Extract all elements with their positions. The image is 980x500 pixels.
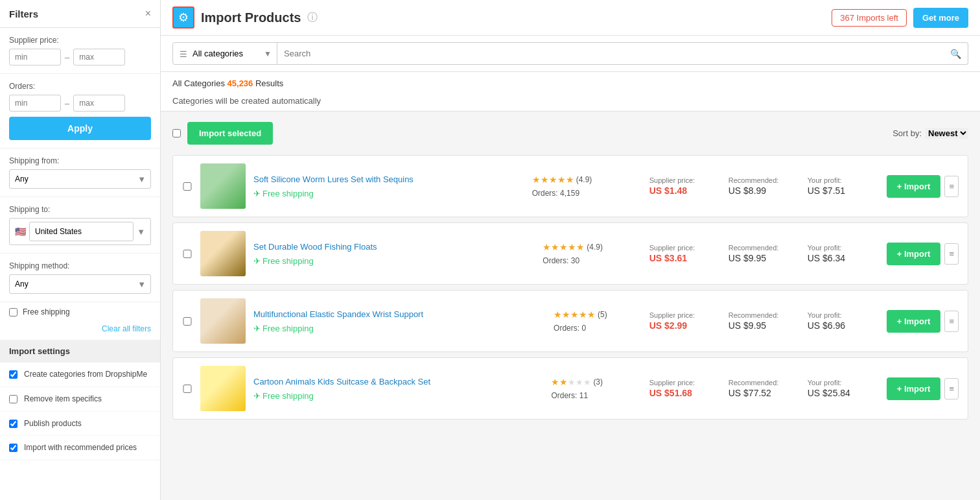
profit-label: Your profit:	[808, 311, 879, 319]
supplier-price-label: Supplier price:	[649, 244, 721, 252]
product-name[interactable]: Soft Silicone Worm Lures Set with Sequin…	[253, 174, 524, 185]
more-options-button[interactable]: ≡	[944, 176, 959, 197]
gear-button[interactable]: ⚙	[172, 6, 194, 29]
products-area: Import selected Sort by: Newest Soft Sil…	[161, 112, 980, 500]
orders-section: Orders: – Apply	[0, 74, 160, 149]
supplier-price-label: Supplier price:	[649, 311, 721, 319]
recommended-label: Recommended:	[729, 379, 800, 387]
product-checkbox[interactable]	[182, 317, 192, 326]
orders-label: Orders:	[9, 82, 151, 91]
shipping-method-dropdown[interactable]: Any ▼	[9, 274, 151, 294]
orders-min[interactable]	[9, 95, 61, 112]
product-checkbox[interactable]	[182, 250, 192, 258]
close-icon[interactable]: ×	[145, 8, 151, 19]
orders-count: Orders: 4,159	[532, 189, 642, 198]
free-shipping-checkbox[interactable]	[9, 308, 18, 316]
import-button[interactable]: + Import	[887, 243, 941, 265]
import-selected-button[interactable]: Import selected	[187, 122, 273, 145]
orders-range: –	[9, 95, 151, 112]
publish-products-checkbox[interactable]	[9, 420, 18, 428]
product-list: Soft Silicone Worm Lures Set with Sequin…	[172, 155, 968, 420]
shipping-from-select[interactable]: Any	[9, 169, 151, 189]
help-icon[interactable]: ⓘ	[307, 11, 318, 25]
action-bar-left: Import selected	[172, 122, 273, 145]
clear-filters-link[interactable]: Clear all filters	[0, 322, 160, 340]
recommended-price-block: Recommended: US $9.95	[729, 311, 800, 331]
profit-label: Your profit:	[808, 244, 879, 252]
sort-by-select[interactable]: Newest	[926, 128, 968, 139]
product-name[interactable]: Multifunctional Elastic Spandex Wrist Su…	[253, 309, 546, 320]
search-input[interactable]	[284, 43, 950, 64]
remove-item-label[interactable]: Remove item specifics	[24, 394, 102, 405]
supplier-price-block: Supplier price: US $3.61	[649, 244, 721, 263]
select-all-checkbox[interactable]	[172, 129, 181, 137]
results-label: Results	[255, 78, 283, 88]
more-options-button[interactable]: ≡	[944, 311, 959, 332]
supplier-price-value: US $3.61	[649, 253, 721, 263]
product-actions: + Import ≡	[887, 377, 959, 400]
recommended-label: Recommended:	[729, 244, 800, 252]
recommended-label: Recommended:	[729, 311, 800, 319]
profit-value: US $7.51	[808, 185, 879, 196]
shipping-from-dropdown[interactable]: Any ▼	[9, 169, 151, 189]
page-title: Import Products	[201, 10, 301, 25]
star-rating: ★★★★★ (4.9) Orders: 30	[542, 242, 641, 265]
recommended-price-block: Recommended: US $8.99	[729, 176, 800, 196]
results-bar: All Categories 45,236 Results	[161, 72, 980, 91]
stars: ★★★★★	[532, 174, 574, 185]
sort-by-label: Sort by:	[892, 128, 922, 138]
shipping-from-section: Shipping from: Any ▼	[0, 149, 160, 197]
filter-bar: ☰ All categories ▼ 🔍	[161, 36, 980, 72]
all-categories-label: All Categories	[172, 78, 225, 88]
supplier-price-min[interactable]	[9, 49, 61, 65]
orders-max[interactable]	[73, 95, 125, 112]
shipping-to-dropdown[interactable]: 🇺🇸 United States ▼	[9, 218, 151, 245]
create-cats-checkbox[interactable]	[9, 370, 18, 379]
profit-block: Your profit: US $6.34	[808, 244, 879, 263]
product-checkbox[interactable]	[182, 182, 192, 191]
more-options-button[interactable]: ≡	[944, 378, 959, 399]
product-info: Set Durable Wood Fishing Floats ✈ Free s…	[253, 241, 535, 265]
free-shipping-label[interactable]: Free shipping	[23, 307, 70, 316]
action-bar: Import selected Sort by: Newest	[172, 118, 968, 149]
import-button[interactable]: + Import	[887, 175, 941, 198]
supplier-price-max[interactable]	[73, 49, 125, 65]
rating-score: (3)	[593, 377, 603, 387]
plane-icon: ✈	[253, 189, 261, 198]
rating-score: (4.9)	[576, 175, 592, 184]
create-cats-label[interactable]: Create categories from DropshipMe	[24, 369, 147, 380]
more-options-button[interactable]: ≡	[944, 243, 959, 265]
product-name[interactable]: Set Durable Wood Fishing Floats	[253, 241, 535, 253]
apply-button[interactable]: Apply	[9, 117, 151, 140]
recommended-price-value: US $77.52	[729, 388, 800, 398]
import-button[interactable]: + Import	[887, 377, 941, 400]
category-select[interactable]: All categories	[173, 43, 277, 64]
settings-item-publish: Publish products	[0, 412, 160, 436]
import-settings-title: Import settings	[0, 340, 160, 363]
recommended-price-block: Recommended: US $9.95	[729, 244, 800, 263]
top-bar: ⚙ Import Products ⓘ 367 Imports left Get…	[161, 0, 980, 36]
remove-item-checkbox[interactable]	[9, 395, 18, 403]
supplier-price-value: US $1.48	[649, 185, 721, 196]
free-shipping-tag: ✈ Free shipping	[253, 256, 535, 266]
plane-icon: ✈	[253, 324, 261, 333]
product-info: Soft Silicone Worm Lures Set with Sequin…	[253, 174, 524, 198]
free-shipping-label: Free shipping	[262, 256, 314, 266]
get-more-button[interactable]: Get more	[913, 8, 968, 28]
shipping-to-select[interactable]: United States	[29, 222, 134, 241]
free-shipping-tag: ✈ Free shipping	[253, 391, 543, 401]
product-checkbox[interactable]	[182, 385, 192, 393]
import-button[interactable]: + Import	[887, 310, 941, 333]
product-name[interactable]: Cartoon Animals Kids Suitcase & Backpack…	[253, 376, 543, 388]
profit-block: Your profit: US $6.96	[808, 311, 879, 331]
product-card: Multifunctional Elastic Spandex Wrist Su…	[172, 290, 968, 352]
product-actions: + Import ≡	[887, 243, 959, 265]
supplier-price-section: Supplier price: –	[0, 28, 160, 74]
shipping-method-select[interactable]: Any	[9, 274, 151, 294]
import-recommended-label[interactable]: Import with recommended prices	[24, 442, 137, 453]
import-recommended-checkbox[interactable]	[9, 444, 18, 452]
product-image	[200, 298, 246, 344]
publish-products-label[interactable]: Publish products	[24, 418, 82, 429]
free-shipping-row: Free shipping	[0, 302, 160, 322]
star-rating: ★★★★★ (3) Orders: 11	[551, 377, 641, 400]
